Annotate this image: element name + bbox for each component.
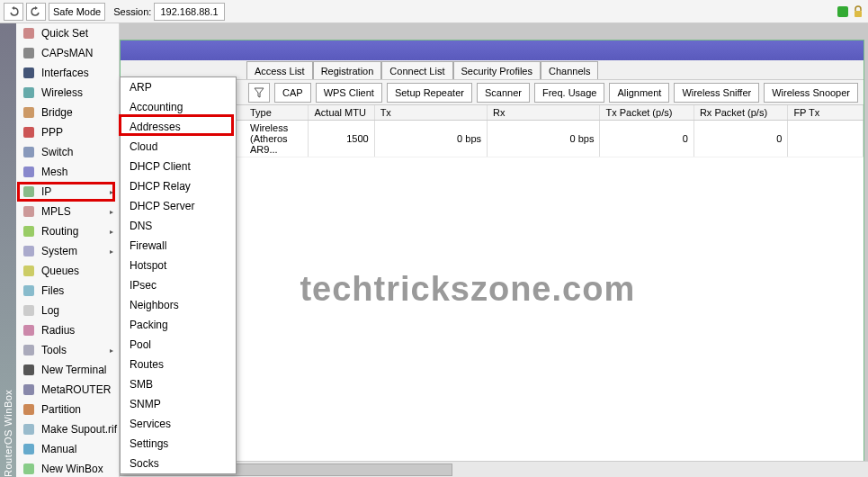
tab-registration[interactable]: Registration [313,61,382,79]
safe-mode-button[interactable]: Safe Mode [49,3,105,21]
mesh-icon [22,165,36,179]
sidebar-item-label: New Terminal [41,364,106,376]
sidebar-item-label: Manual [41,443,76,455]
sidebar-item-capsman[interactable]: CAPsMAN [16,43,119,63]
submenu-item-dhcp-server[interactable]: DHCP Server [121,196,236,216]
submenu-item-routes[interactable]: Routes [121,355,236,374]
submenu-item-arp[interactable]: ARP [121,77,236,97]
toolbtn-alignment[interactable]: Alignment [609,83,669,103]
sidebar-item-label: System [41,245,77,257]
submenu-item-cloud[interactable]: Cloud [121,137,236,157]
new-winbox-icon [22,462,36,476]
ppp-icon [22,125,36,140]
capsman-icon [22,46,36,60]
toolbtn-freq-usage[interactable]: Freq. Usage [534,83,605,103]
cell-fptx [788,121,864,158]
toolbtn-wps-client[interactable]: WPS Client [316,83,382,103]
sidebar-item-system[interactable]: System▸ [16,241,119,261]
submenu-item-neighbors[interactable]: Neighbors [121,295,236,315]
submenu-item-accounting[interactable]: Accounting [121,97,236,117]
submenu-item-services[interactable]: Services [121,414,236,434]
mpls-icon [22,204,36,219]
sidebar-item-queues[interactable]: Queues [16,261,119,281]
tab-security-profiles[interactable]: Security Profiles [453,61,541,79]
toolbtn-cap[interactable]: CAP [274,83,311,103]
filter-icon[interactable] [248,83,270,103]
chevron-right-icon: ▸ [110,208,113,216]
undo-button[interactable] [4,3,23,21]
toolbtn-setup-repeater[interactable]: Setup Repeater [387,83,472,103]
sidebar-item-log[interactable]: Log [16,301,119,320]
toolbtn-scanner[interactable]: Scanner [477,83,530,103]
submenu-item-smb[interactable]: SMB [121,374,236,394]
toolbtn-wireless-sniffer[interactable]: Wireless Sniffer [674,83,759,103]
sidebar-item-label: Tools [41,344,67,356]
sidebar-item-ip[interactable]: IP▸ [16,182,119,202]
sidebar-item-label: Wireless [41,86,83,99]
col-actual-mtu[interactable]: Actual MTU [309,105,374,121]
sidebar-item-radius[interactable]: Radius [16,320,119,340]
window-titlebar[interactable] [121,40,864,60]
chevron-right-icon: ▸ [110,188,113,196]
sidebar-item-label: Files [41,284,64,297]
submenu-item-packing[interactable]: Packing [121,315,236,335]
sidebar-item-ppp[interactable]: PPP [16,122,119,142]
tab-connect-list[interactable]: Connect List [381,61,452,79]
session-value[interactable]: 192.168.88.1 [154,3,224,21]
submenu-item-firewall[interactable]: Firewall [121,236,236,256]
submenu-item-dhcp-relay[interactable]: DHCP Relay [121,176,236,196]
chevron-right-icon: ▸ [110,346,113,355]
sidebar-item-interfaces[interactable]: Interfaces [16,63,119,83]
submenu-item-addresses[interactable]: Addresses [121,117,236,137]
sidebar-item-make-supout[interactable]: Make Supout.rif [16,419,119,439]
sidebar-item-label: Routing [41,225,78,238]
sidebar-item-bridge[interactable]: Bridge [16,103,119,122]
sidebar: Quick SetCAPsMANInterfacesWirelessBridge… [16,23,120,477]
cell-mtu: 1500 [309,121,374,158]
col-rx-packet-p-s-[interactable]: Rx Packet (p/s) [694,105,787,121]
col-tx[interactable]: Tx [374,105,487,121]
submenu-item-pool[interactable]: Pool [121,335,236,355]
routing-icon [22,224,36,238]
submenu-item-dhcp-client[interactable]: DHCP Client [121,157,236,176]
sidebar-item-tools[interactable]: Tools▸ [16,340,119,360]
system-icon [22,244,36,258]
interfaces-icon [22,66,36,80]
submenu-item-dns[interactable]: DNS [121,216,236,236]
sidebar-item-label: Radius [41,324,75,337]
sidebar-item-manual[interactable]: Manual [16,439,119,459]
submenu-item-hotspot[interactable]: Hotspot [121,256,236,275]
sidebar-item-files[interactable]: Files [16,281,119,301]
sidebar-item-mesh[interactable]: Mesh [16,162,119,182]
sidebar-item-label: Queues [41,265,79,277]
sidebar-item-switch[interactable]: Switch [16,142,119,162]
submenu-item-socks[interactable]: Socks [121,454,236,473]
sidebar-item-quick-set[interactable]: Quick Set [16,23,119,43]
sidebar-item-mpls[interactable]: MPLS▸ [16,202,119,221]
tab-access-list[interactable]: Access List [246,61,313,79]
bridge-icon [22,105,36,120]
sidebar-item-new-terminal[interactable]: New Terminal [16,360,119,380]
tab-channels[interactable]: Channels [541,61,598,79]
col-fp-tx[interactable]: FP Tx [788,105,864,121]
session-label: Session: [113,6,151,17]
submenu-item-ipsec[interactable]: IPsec [121,275,236,295]
partition-icon [22,402,36,417]
redo-button[interactable] [26,3,46,21]
submenu-item-snmp[interactable]: SNMP [121,394,236,414]
col-rx[interactable]: Rx [488,105,600,121]
files-icon [22,284,36,298]
radius-icon [22,323,36,338]
sidebar-item-wireless[interactable]: Wireless [16,83,119,103]
toolbtn-wireless-snooper[interactable]: Wireless Snooper [764,83,858,103]
sidebar-item-label: Switch [41,146,73,158]
window-title-vertical: RouterOS WinBox [0,23,16,477]
top-toolbar: Safe Mode Session: 192.168.88.1 [0,0,868,23]
col-tx-packet-p-s-[interactable]: Tx Packet (p/s) [600,105,694,121]
sidebar-item-metarouter[interactable]: MetaROUTER [16,380,119,400]
sidebar-item-new-winbox[interactable]: New WinBox [16,459,119,477]
sidebar-item-routing[interactable]: Routing▸ [16,221,119,241]
sidebar-item-partition[interactable]: Partition [16,400,119,419]
chevron-right-icon: ▸ [110,248,113,256]
submenu-item-settings[interactable]: Settings [121,434,236,454]
